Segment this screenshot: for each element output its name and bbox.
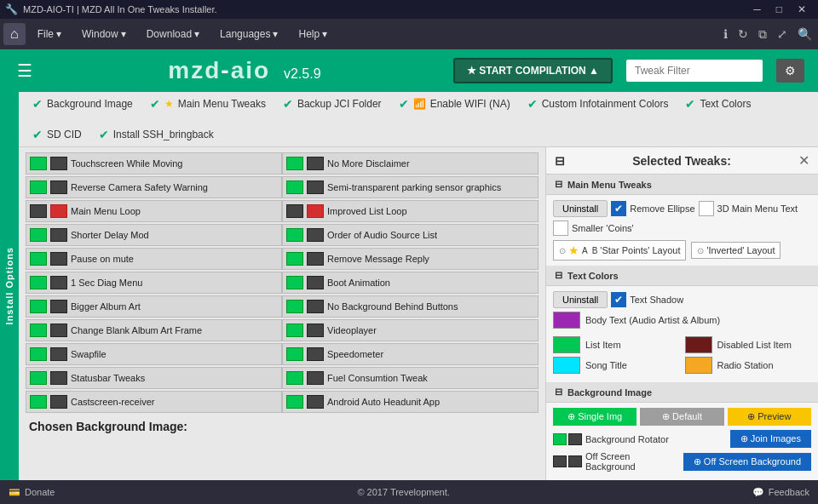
toggle-off[interactable] — [307, 276, 324, 289]
file-menu[interactable]: File ▾ — [29, 25, 70, 43]
toggle-on[interactable] — [30, 324, 47, 337]
toggle-on[interactable] — [30, 276, 47, 289]
tweak-filter-input[interactable] — [626, 60, 763, 82]
text-colors-uninstall-button[interactable]: Uninstall — [553, 291, 608, 308]
checkbox-3d[interactable] — [699, 201, 714, 216]
toggle-off[interactable] — [50, 252, 67, 266]
tweak-touchscreen[interactable]: Touchscreen While Moving — [26, 152, 282, 175]
star-points-layout-option[interactable]: ⊙ ★ A B 'Star Points' Layout — [553, 240, 686, 261]
toggle-on[interactable] — [286, 300, 303, 313]
tweak-pause-mute[interactable]: Pause on mute — [26, 248, 282, 270]
donate-button[interactable]: 💳 Donate — [9, 487, 55, 498]
tweak-main-menu-loop[interactable]: Main Menu Loop — [26, 200, 282, 222]
toggle-on[interactable] — [286, 157, 303, 170]
tweak-no-bg-buttons[interactable]: No Background Behind Buttons — [282, 295, 539, 318]
toggle-off[interactable] — [307, 300, 324, 313]
tweak-reverse-camera[interactable]: Reverse Camera Safety Warning — [26, 176, 282, 198]
tweak-blank-album[interactable]: Change Blank Album Art Frame — [26, 319, 282, 341]
toggle-on[interactable] — [30, 228, 47, 242]
minimize-button[interactable]: ─ — [746, 2, 768, 17]
settings-button[interactable]: ⚙ — [776, 59, 804, 83]
toggle-off[interactable] — [50, 347, 67, 361]
toggle-off[interactable] — [307, 157, 324, 170]
tweak-fuel[interactable]: Fuel Consumtion Tweak — [282, 367, 539, 389]
offscreen-bg-button[interactable]: ⊕ Off Screen Background — [683, 453, 811, 471]
expand-icon-btn[interactable]: ⤢ — [775, 25, 790, 43]
toggle-off[interactable] — [307, 252, 324, 266]
toggle-on[interactable] — [30, 395, 47, 409]
tweak-diag-menu[interactable]: 1 Sec Diag Menu — [26, 272, 282, 294]
tweak-parking-sensor[interactable]: Semi-transparent parking sensor graphics — [282, 176, 539, 198]
rotator-toggle-off[interactable] — [568, 433, 582, 445]
default-button[interactable]: ⊕ Default — [640, 408, 723, 426]
tweak-no-disclaimer[interactable]: No More Disclaimer — [282, 152, 539, 175]
start-compilation-button[interactable]: ★ START COMPILATION ▲ — [453, 58, 613, 83]
toggle-on[interactable] — [30, 180, 47, 194]
toggle-off[interactable] — [50, 157, 67, 170]
rotator-toggle-on[interactable] — [553, 433, 567, 445]
offscreen-toggle-on[interactable] — [553, 455, 567, 467]
main-menu-uninstall-button[interactable]: Uninstall — [553, 200, 608, 217]
toggle-off[interactable] — [50, 395, 67, 409]
toggle-on[interactable] — [286, 252, 303, 266]
single-img-button[interactable]: ⊕ Single Img — [553, 408, 637, 426]
copy-icon-btn[interactable]: ⧉ — [756, 25, 769, 44]
toggle-off[interactable] — [50, 276, 67, 289]
toggle-on[interactable] — [30, 252, 47, 266]
tweak-audio-source[interactable]: Order of Audio Source List — [282, 224, 539, 246]
toggle-off[interactable] — [50, 180, 67, 194]
tweak-shorter-delay[interactable]: Shorter Delay Mod — [26, 224, 282, 246]
help-menu[interactable]: Help ▾ — [290, 25, 336, 43]
toggle-off[interactable] — [307, 228, 324, 242]
toggle-on[interactable] — [286, 204, 303, 218]
toggle-on[interactable] — [286, 371, 303, 385]
disabled-list-swatch[interactable] — [685, 336, 712, 353]
info-icon-btn[interactable]: ℹ — [721, 25, 730, 43]
inverted-layout-option[interactable]: ⊙ 'Inverted' Layout — [691, 242, 781, 259]
tweak-speedometer[interactable]: Speedometer — [282, 343, 539, 365]
radio-station-swatch[interactable] — [685, 357, 712, 374]
tweak-castscreen[interactable]: Castscreen-receiver — [26, 391, 282, 413]
toggle-on[interactable] — [30, 300, 47, 313]
refresh-icon-btn[interactable]: ↻ — [735, 25, 751, 43]
body-text-swatch[interactable] — [553, 312, 580, 329]
toggle-on[interactable] — [286, 180, 303, 194]
toggle-on[interactable] — [30, 347, 47, 361]
close-button[interactable]: ✕ — [791, 2, 813, 17]
join-images-button[interactable]: ⊕ Join Images — [730, 430, 811, 448]
languages-menu[interactable]: Languages ▾ — [211, 25, 286, 43]
toggle-on[interactable] — [30, 204, 47, 218]
toggle-off[interactable] — [307, 204, 324, 218]
tweak-remove-reply[interactable]: Remove Message Reply — [282, 248, 539, 270]
toggle-on[interactable] — [30, 371, 47, 385]
checkbox-smaller-coins[interactable] — [553, 220, 568, 236]
toggle-off[interactable] — [50, 204, 67, 218]
tweak-bigger-album[interactable]: Bigger Album Art — [26, 295, 282, 318]
toggle-on[interactable] — [286, 395, 303, 409]
window-menu[interactable]: Window ▾ — [73, 25, 135, 43]
tweak-swapfile[interactable]: Swapfile — [26, 343, 282, 365]
sidebar-install-options[interactable]: Install Options — [0, 92, 19, 480]
toggle-off[interactable] — [50, 228, 67, 242]
feedback-button[interactable]: 💬 Feedback — [752, 487, 809, 498]
tweak-android-auto[interactable]: Android Auto Headunit App — [282, 391, 539, 413]
home-button[interactable]: ⌂ — [3, 23, 26, 45]
maximize-button[interactable]: □ — [769, 2, 789, 17]
toggle-off[interactable] — [307, 395, 324, 409]
toggle-off[interactable] — [307, 371, 324, 385]
search-icon-btn[interactable]: 🔍 — [795, 25, 815, 43]
toggle-on[interactable] — [286, 347, 303, 361]
toggle-off[interactable] — [307, 347, 324, 361]
toggle-off[interactable] — [307, 324, 324, 337]
toggle-on[interactable] — [286, 276, 303, 289]
toggle-on[interactable] — [30, 157, 47, 170]
toggle-off[interactable] — [50, 300, 67, 313]
toggle-off[interactable] — [50, 324, 67, 337]
offscreen-toggle-off[interactable] — [568, 455, 582, 467]
hamburger-button[interactable]: ☰ — [14, 57, 36, 84]
toggle-on[interactable] — [286, 228, 303, 242]
toggle-off[interactable] — [307, 180, 324, 194]
tweak-statusbar[interactable]: Statusbar Tweaks — [26, 367, 282, 389]
toggle-on[interactable] — [286, 324, 303, 337]
tweak-videoplayer[interactable]: Videoplayer — [282, 319, 539, 341]
